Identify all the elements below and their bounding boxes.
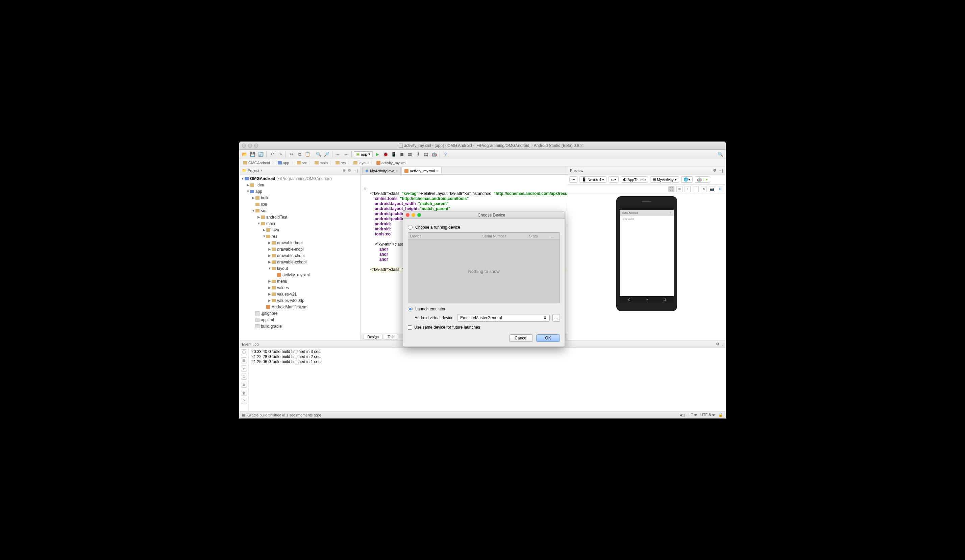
avd-select[interactable]: EmulateMasterGeneral ⇕ xyxy=(457,314,550,322)
clear-icon[interactable]: 🗑 xyxy=(241,390,247,396)
tree-node[interactable]: ▶.idea xyxy=(239,182,360,188)
back-icon[interactable]: ← xyxy=(335,151,341,158)
tree-node[interactable]: ▶drawable-xxhdpi xyxy=(239,259,360,265)
sdk-manager-icon[interactable]: ⬇ xyxy=(415,151,421,158)
undo-icon[interactable]: ↶ xyxy=(268,151,275,158)
zoom-window-icon[interactable] xyxy=(254,144,258,148)
breadcrumb-item[interactable]: src xyxy=(296,160,309,165)
breadcrumb-item[interactable]: activity_my.xml xyxy=(375,160,408,165)
run-icon[interactable]: ▶ xyxy=(374,151,381,158)
zoom-out-icon[interactable]: 🔍 xyxy=(315,151,322,158)
close-icon[interactable]: × xyxy=(396,169,398,173)
fold-icon[interactable]: ⊖ xyxy=(361,186,368,191)
tree-node[interactable]: build.gradle xyxy=(239,323,360,329)
dialog-titlebar[interactable]: Choose Device xyxy=(403,211,564,219)
lock-icon[interactable]: 🔓 xyxy=(718,413,723,417)
collapse-icon[interactable]: ⊖ xyxy=(343,168,346,173)
tree-node[interactable]: AndroidManifest.xml xyxy=(239,304,360,310)
screenshot-icon[interactable]: 📷 xyxy=(709,186,715,192)
close-dialog-icon[interactable] xyxy=(406,213,409,217)
tree-node[interactable]: activity_my.xml xyxy=(239,271,360,278)
breadcrumb-item[interactable]: OMGAndroid xyxy=(242,160,272,165)
paste-icon[interactable]: 📋 xyxy=(304,151,311,158)
settings-icon[interactable]: ⚙ xyxy=(717,186,723,192)
status-icon[interactable]: ▦ xyxy=(242,413,245,417)
help-icon[interactable]: ? xyxy=(442,151,449,158)
breadcrumb-item[interactable]: layout xyxy=(352,160,370,165)
gear-icon[interactable]: ⚙ xyxy=(713,168,716,173)
print-icon[interactable]: 🖶 xyxy=(241,382,247,388)
radio-icon[interactable] xyxy=(408,225,412,230)
gear-icon[interactable]: ⚙ xyxy=(348,168,351,173)
cancel-button[interactable]: Cancel xyxy=(509,335,533,342)
zoom-fit-icon[interactable]: ⛶ xyxy=(668,186,674,192)
tree-node[interactable]: ▶values-w820dp xyxy=(239,297,360,304)
breadcrumb-item[interactable]: res xyxy=(334,160,347,165)
tree-node[interactable]: app.iml xyxy=(239,317,360,323)
tree-node[interactable]: ▶menu xyxy=(239,278,360,284)
scroll-icon[interactable]: ↧ xyxy=(241,374,247,380)
hide-icon[interactable]: →| xyxy=(718,168,723,173)
launch-emulator-radio[interactable]: Launch emulator xyxy=(408,307,560,312)
tree-node[interactable]: ▶drawable-hdpi xyxy=(239,240,360,246)
render-config-dropdown[interactable]: ▫▾ xyxy=(569,176,577,183)
attach-debug-icon[interactable]: 📱 xyxy=(390,151,397,158)
sync-icon[interactable]: 🔄 xyxy=(257,151,264,158)
hide-icon[interactable]: →| xyxy=(353,168,358,173)
design-tab[interactable]: Design xyxy=(363,334,383,340)
forward-icon[interactable]: → xyxy=(343,151,349,158)
cut-icon[interactable]: ✂ xyxy=(288,151,294,158)
tree-root[interactable]: ▼ OMGAndroid (~/Programming/OMGAndroid) xyxy=(239,175,360,182)
tree-node[interactable]: ▼layout xyxy=(239,265,360,271)
project-tree[interactable]: ▼ OMGAndroid (~/Programming/OMGAndroid) … xyxy=(239,175,360,340)
choose-running-device-radio[interactable]: Choose a running device xyxy=(408,225,560,230)
avd-manager-icon[interactable]: ▦ xyxy=(406,151,413,158)
checkbox-icon[interactable] xyxy=(408,325,412,330)
orientation-dropdown[interactable]: ▭▾ xyxy=(608,176,619,183)
radio-icon[interactable] xyxy=(408,307,412,312)
tree-node[interactable]: ▼src xyxy=(239,207,360,214)
open-icon[interactable]: 📂 xyxy=(241,151,248,158)
debug-icon[interactable]: 🐞 xyxy=(382,151,389,158)
column-more[interactable]: ... xyxy=(551,234,558,238)
column-state[interactable]: State xyxy=(529,234,551,238)
zoom-in-icon[interactable]: 🔎 xyxy=(323,151,330,158)
zoom-actual-icon[interactable]: ⊕ xyxy=(676,186,682,192)
api-dropdown[interactable]: 🤖L▾ xyxy=(695,176,710,183)
soft-wrap-icon[interactable]: ↩ xyxy=(241,366,247,372)
tree-node[interactable]: ▶java xyxy=(239,227,360,233)
tree-node[interactable]: .gitignore xyxy=(239,310,360,317)
tree-node[interactable]: ▶values-v21 xyxy=(239,291,360,297)
copy-icon[interactable]: ⧉ xyxy=(296,151,303,158)
file-encoding[interactable]: UTF-8 ≑ xyxy=(700,413,715,417)
filter-icon[interactable]: ▤ xyxy=(241,358,247,363)
info-icon[interactable]: ⓘ xyxy=(241,349,247,355)
save-icon[interactable]: 💾 xyxy=(249,151,256,158)
text-tab[interactable]: Text xyxy=(384,334,398,340)
event-log-body[interactable]: 20:33:40 Gradle build finished in 3 sec2… xyxy=(249,348,726,411)
activity-dropdown[interactable]: ▤MyActivity▾ xyxy=(650,176,679,183)
dropdown-icon[interactable]: ▾ xyxy=(260,168,263,173)
ddms-icon[interactable]: ▤ xyxy=(423,151,429,158)
editor-tab[interactable]: ◉ MyActivity.java × xyxy=(362,167,401,174)
column-serial[interactable]: Serial Number xyxy=(482,234,529,238)
tree-node[interactable]: ▶values xyxy=(239,284,360,291)
ok-button[interactable]: OK xyxy=(536,335,560,342)
breadcrumb-item[interactable]: main xyxy=(313,160,329,165)
tree-node[interactable]: ▶build xyxy=(239,194,360,201)
tree-node[interactable]: libs xyxy=(239,201,360,207)
zoom-out-icon[interactable]: − xyxy=(693,186,699,192)
line-separator[interactable]: LF ≑ xyxy=(689,413,697,417)
zoom-dialog-icon[interactable] xyxy=(417,213,421,217)
device-dropdown[interactable]: 📱Nexus 4▾ xyxy=(579,176,607,183)
android-robot-icon[interactable]: 🤖 xyxy=(431,151,438,158)
breadcrumb-item[interactable]: app xyxy=(276,160,290,165)
column-device[interactable]: Device xyxy=(410,234,482,238)
tree-node[interactable]: ▶drawable-xhdpi xyxy=(239,252,360,259)
tree-node[interactable]: ▶drawable-mdpi xyxy=(239,246,360,252)
run-config-selector[interactable]: ▣ app ▾ xyxy=(354,151,373,157)
locale-dropdown[interactable]: 🌐▾ xyxy=(681,176,693,183)
use-same-device-checkbox[interactable]: Use same device for future launches xyxy=(408,325,560,330)
search-icon[interactable]: 🔍 xyxy=(717,151,724,158)
minimize-dialog-icon[interactable] xyxy=(412,213,415,217)
